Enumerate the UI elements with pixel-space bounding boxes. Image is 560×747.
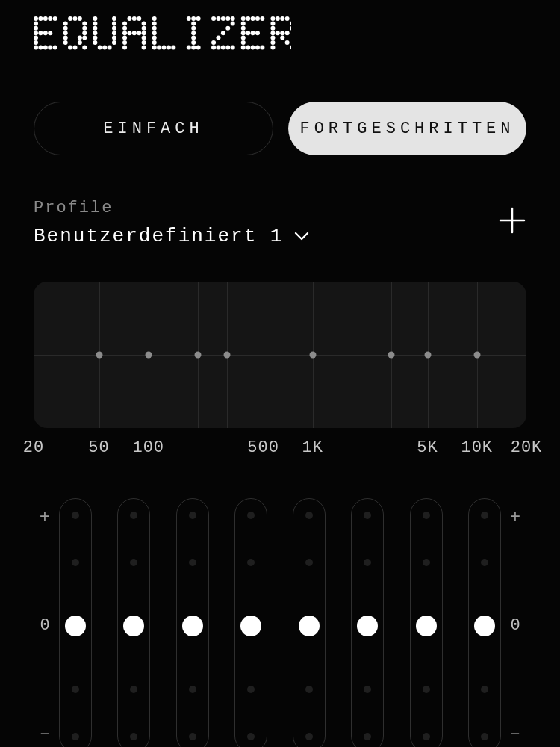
tab-advanced-label: FORTGESCHRITTEN <box>299 120 514 138</box>
slider-tick <box>189 733 196 740</box>
svg-point-41 <box>93 31 97 35</box>
tab-simple-label: EINFACH <box>103 120 203 138</box>
eq-graph-point <box>195 352 202 359</box>
eq-band-slider[interactable] <box>234 498 267 747</box>
slider-tick <box>305 512 313 519</box>
svg-point-84 <box>191 31 196 35</box>
svg-point-109 <box>260 16 264 21</box>
svg-point-49 <box>108 45 112 49</box>
eq-graph-point <box>223 352 230 359</box>
svg-point-20 <box>78 16 82 21</box>
tab-advanced[interactable]: FORTGESCHRITTEN <box>288 102 526 155</box>
svg-point-117 <box>241 40 246 45</box>
svg-point-56 <box>142 26 146 31</box>
svg-point-137 <box>270 40 275 45</box>
x-tick-label: 50 <box>88 438 109 457</box>
slider-thumb[interactable] <box>240 616 261 636</box>
svg-point-5 <box>34 21 38 25</box>
svg-point-35 <box>93 16 97 21</box>
svg-point-105 <box>241 16 246 21</box>
slider-tick <box>72 686 79 693</box>
eq-band-slider[interactable] <box>293 498 326 747</box>
slider-thumb[interactable] <box>416 616 437 636</box>
slider-thumb[interactable] <box>182 616 203 636</box>
svg-point-27 <box>63 36 68 40</box>
svg-point-67 <box>142 45 146 49</box>
eq-sliders <box>56 498 504 747</box>
svg-point-129 <box>270 26 275 31</box>
svg-point-70 <box>152 26 157 31</box>
svg-point-64 <box>122 40 127 45</box>
svg-point-118 <box>241 45 246 49</box>
scale-zero: 0 <box>510 616 520 635</box>
eq-band-slider[interactable] <box>59 498 92 747</box>
scale-plus: + <box>510 507 520 527</box>
svg-point-44 <box>112 36 116 40</box>
tab-simple[interactable]: EINFACH <box>34 102 273 155</box>
svg-point-17 <box>53 45 57 49</box>
eq-band-slider[interactable] <box>468 498 501 747</box>
slider-thumb[interactable] <box>65 616 86 636</box>
svg-point-88 <box>191 45 196 49</box>
svg-point-86 <box>191 40 196 45</box>
svg-point-138 <box>285 40 290 45</box>
chevron-down-icon <box>293 228 310 244</box>
scale-minus: – <box>40 723 50 743</box>
slider-tick <box>189 559 196 566</box>
svg-point-73 <box>152 40 157 45</box>
svg-point-15 <box>43 45 48 49</box>
svg-point-115 <box>255 31 260 35</box>
svg-point-136 <box>280 36 284 40</box>
slider-tick <box>481 559 488 566</box>
eq-band-slider[interactable] <box>410 498 443 747</box>
slider-thumb[interactable] <box>123 616 144 636</box>
svg-point-50 <box>127 16 131 21</box>
slider-thumb[interactable] <box>357 616 378 636</box>
eq-band-slider[interactable] <box>176 498 209 747</box>
svg-point-121 <box>255 45 260 49</box>
slider-tick <box>247 559 255 566</box>
mode-tabs: EINFACH FORTGESCHRITTEN <box>34 102 526 155</box>
svg-point-40 <box>112 26 116 31</box>
svg-point-24 <box>82 26 87 31</box>
slider-tick <box>423 559 430 566</box>
svg-point-30 <box>63 40 68 45</box>
svg-point-79 <box>187 16 191 21</box>
profile-dropdown[interactable]: Benutzerdefiniert 1 <box>34 225 310 247</box>
svg-point-39 <box>93 26 97 31</box>
svg-point-7 <box>34 31 38 35</box>
slider-tick <box>72 733 79 740</box>
svg-point-131 <box>270 31 275 35</box>
eq-band-slider[interactable] <box>117 498 150 747</box>
svg-point-133 <box>280 31 284 35</box>
slider-thumb[interactable] <box>474 616 495 636</box>
svg-point-42 <box>112 31 116 35</box>
svg-point-55 <box>122 26 127 31</box>
svg-point-31 <box>78 40 82 45</box>
svg-point-72 <box>152 36 157 40</box>
svg-point-43 <box>93 36 97 40</box>
svg-point-114 <box>251 31 255 35</box>
eq-band-slider[interactable] <box>351 498 384 747</box>
svg-point-119 <box>246 45 250 49</box>
svg-point-1 <box>38 16 43 21</box>
svg-point-11 <box>34 36 38 40</box>
slider-thumb[interactable] <box>299 616 320 636</box>
svg-point-48 <box>102 45 107 49</box>
add-profile-button[interactable] <box>498 206 526 235</box>
svg-point-66 <box>122 45 127 49</box>
svg-point-113 <box>246 31 250 35</box>
x-tick-label: 5K <box>417 438 438 457</box>
svg-point-6 <box>34 26 38 31</box>
eq-graph-point <box>309 352 316 359</box>
svg-point-19 <box>72 16 77 21</box>
svg-point-106 <box>246 16 250 21</box>
slider-tick <box>72 512 79 519</box>
svg-point-23 <box>63 26 68 31</box>
svg-point-107 <box>251 16 255 21</box>
scale-minus: – <box>510 723 520 743</box>
svg-point-13 <box>34 45 38 49</box>
svg-point-2 <box>43 16 48 21</box>
svg-point-82 <box>191 21 196 25</box>
svg-point-76 <box>162 45 167 49</box>
